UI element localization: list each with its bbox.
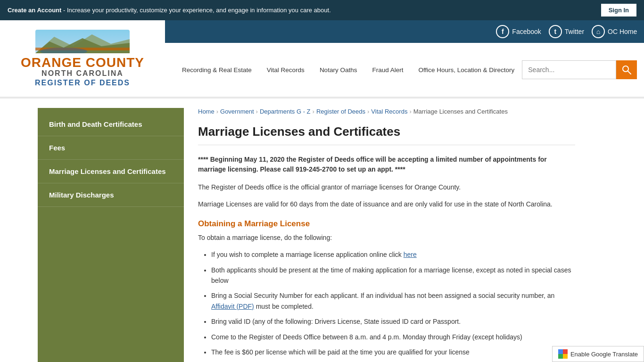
para-2: Marriage Licenses are valid for 60 days … [198,199,575,209]
breadcrumb-government[interactable]: Government [220,108,254,115]
svg-line-6 [628,71,631,74]
list-item-2-text: Both applicants should be present at the… [211,266,571,284]
sidebar-item-marriage[interactable]: Marriage Licenses and Certificates [38,160,184,183]
list-item-1-before: If you wish to complete a marriage licen… [211,251,404,258]
search-area [522,60,637,79]
content-wrapper: Birth and Death Certificates Fees Marria… [0,108,644,362]
breadcrumb-current: Marriage Licenses and Certificates [413,108,508,115]
oc-home-label: OC Home [608,28,637,35]
nav-notary[interactable]: Notary Oaths [312,62,365,78]
oc-home-link[interactable]: ⌂ OC Home [592,25,637,38]
search-button[interactable] [616,60,637,79]
social-bar: f Facebook t Twitter ⌂ OC Home [165,20,644,43]
logo: ORANGE COUNTY NORTH CAROLINA REGISTER OF… [21,30,144,87]
breadcrumb-sep-5: › [409,108,411,115]
section-intro: To obtain a marriage license, do the fol… [198,232,575,243]
svg-point-5 [623,66,628,72]
breadcrumb-departments[interactable]: Departments G - Z [260,108,311,115]
list-item-3-before: Bring a Social Security Number for each … [211,292,554,299]
banner-suffix: - Increase your productivity, customize … [61,7,330,14]
main-nav: Recording & Real Estate Vital Records No… [165,43,644,99]
breadcrumb-sep-2: › [256,108,258,115]
breadcrumb-home[interactable]: Home [198,108,215,115]
google-translate-icon [558,349,568,359]
create-account-link[interactable]: Create an Account [8,7,61,14]
twitter-icon: t [549,25,562,38]
requirements-list: If you wish to complete a marriage licen… [198,249,575,357]
google-translate-bar[interactable]: Enable Google Translate [552,346,644,362]
list-item-4-text: Bring valid ID (any of the following: Dr… [211,318,461,325]
nav-office[interactable]: Office Hours, Location & Directory [411,62,522,78]
main-content: Home › Government › Departments G - Z › … [184,108,589,362]
list-item-1-link[interactable]: here [404,251,417,258]
affidavit-link[interactable]: Affidavit (PDF) [211,303,254,310]
facebook-label: Facebook [512,28,541,35]
twitter-link[interactable]: t Twitter [549,25,584,38]
svg-rect-8 [563,349,568,354]
breadcrumb: Home › Government › Departments G - Z › … [198,108,575,115]
svg-rect-10 [563,354,568,359]
breadcrumb-sep-3: › [313,108,314,115]
nav-fraud[interactable]: Fraud Alert [364,62,411,78]
logo-line3: REGISTER OF DEEDS [21,79,144,87]
header: ORANGE COUNTY NORTH CAROLINA REGISTER OF… [0,20,644,99]
list-item: Both applicants should be present at the… [211,265,575,286]
list-item-6-text: The fee is $60 per license which will be… [211,348,470,356]
sidebar-item-military[interactable]: Military Discharges [38,183,184,207]
facebook-link[interactable]: f Facebook [496,25,541,38]
list-item: Bring a Social Security Number for each … [211,290,575,312]
twitter-label: Twitter [565,28,584,35]
banner-text: Create an Account - Increase your produc… [8,7,331,14]
logo-image [35,30,130,53]
breadcrumb-vital[interactable]: Vital Records [371,108,407,115]
logo-line1: ORANGE COUNTY [21,56,144,69]
section-heading-obtaining: Obtaining a Marriage License [198,219,575,229]
list-item: Bring valid ID (any of the following: Dr… [211,316,575,327]
page-title: Marriage Licenses and Certificates [198,124,575,145]
nav-area: f Facebook t Twitter ⌂ OC Home Recording… [165,20,644,99]
list-item: The fee is $60 per license which will be… [211,347,575,357]
breadcrumb-register[interactable]: Register of Deeds [316,108,365,115]
logo-line2: NORTH CAROLINA [21,69,144,78]
nav-recording[interactable]: Recording & Real Estate [174,62,259,78]
facebook-icon: f [496,25,509,38]
google-translate-label: Enable Google Translate [570,351,638,358]
svg-rect-9 [558,354,563,359]
logo-area: ORANGE COUNTY NORTH CAROLINA REGISTER OF… [0,20,165,99]
top-banner: Create an Account - Increase your produc… [0,0,644,20]
home-icon: ⌂ [592,25,605,38]
nav-links: Recording & Real Estate Vital Records No… [174,62,522,78]
breadcrumb-sep-1: › [216,108,218,115]
svg-rect-7 [558,349,563,354]
para-1: The Register of Deeds office is the offi… [198,182,575,192]
sidebar-item-birth-death[interactable]: Birth and Death Certificates [38,113,184,136]
sidebar-item-fees[interactable]: Fees [38,136,184,160]
breadcrumb-sep-4: › [367,108,369,115]
nav-vital[interactable]: Vital Records [259,62,312,78]
list-item: If you wish to complete a marriage licen… [211,249,575,260]
notice-text: **** Beginning May 11, 2020 the Register… [198,155,575,174]
list-item: Come to the Register of Deeds Office bet… [211,332,575,342]
sidebar: Birth and Death Certificates Fees Marria… [38,108,184,362]
list-item-5-text: Come to the Register of Deeds Office bet… [211,333,522,341]
search-icon [622,65,631,74]
list-item-3-after: must be completed. [254,303,314,310]
sign-in-button[interactable]: Sign In [601,4,636,16]
search-input[interactable] [522,60,616,79]
